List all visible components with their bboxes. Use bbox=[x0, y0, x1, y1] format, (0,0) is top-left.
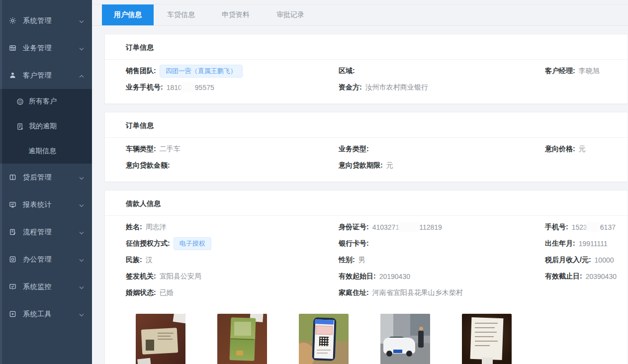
field-issuer: 签发机关: 宜阳县公安局 bbox=[126, 272, 339, 281]
field-intent-loan-amount: 意向贷款金额: bbox=[126, 161, 339, 170]
sidebar-item-office-mgmt[interactable]: 办公管理 bbox=[0, 246, 92, 273]
customers-icon bbox=[16, 98, 24, 105]
sidebar-item-label: 我的逾期 bbox=[29, 122, 57, 131]
field-home-address: 家庭住址: 河南省宜阳县花果山乡木柴村 bbox=[339, 288, 545, 297]
field-business-type: 业务类型: bbox=[339, 145, 545, 154]
chevron-down-icon bbox=[79, 256, 84, 264]
drivers-license-photo-thumbnail[interactable] bbox=[217, 314, 267, 364]
field-label: 民族: bbox=[126, 256, 142, 265]
field-row: 车辆类型: 二手车 业务类型: 意向价格: 元 bbox=[126, 141, 628, 157]
sidebar-item-label: 报表统计 bbox=[23, 200, 52, 209]
field-label: 资金方: bbox=[339, 83, 362, 92]
field-label: 业务手机号: bbox=[126, 83, 163, 92]
order-info-card-2: 订单信息 车辆类型: 二手车 业务类型: 意向价格: 元 意向贷款金额: bbox=[104, 112, 628, 182]
field-vehicle-type: 车辆类型: 二手车 bbox=[126, 145, 339, 154]
field-phone: 手机号: 15236137 bbox=[545, 223, 628, 232]
handwritten-document-photo-thumbnail[interactable] bbox=[462, 314, 512, 364]
field-row: 业务手机号: 181095575 资金方: 汝州市农村商业银行 bbox=[126, 79, 628, 95]
card-title: 订单信息 bbox=[126, 121, 628, 130]
sidebar-item-system-monitor[interactable]: 系统监控 bbox=[0, 273, 92, 300]
field-row: 民族: 汉 性别: 男 税后月收入/元: 10000 bbox=[126, 252, 628, 268]
tab-loan-application-docs[interactable]: 申贷资料 bbox=[208, 4, 263, 25]
sidebar-item-label: 客户管理 bbox=[23, 71, 52, 80]
field-value: 元 bbox=[386, 161, 393, 170]
field-customer-manager: 客户经理: 李晓旭 bbox=[545, 67, 628, 76]
sidebar-item-label: 系统监控 bbox=[23, 282, 52, 291]
privacy-blur bbox=[399, 223, 419, 231]
monitor-check-icon bbox=[9, 283, 16, 290]
field-value: 汝州市农村商业银行 bbox=[365, 83, 428, 92]
field-row: 签发机关: 宜阳县公安局 有效起始日: 20190430 有效截止日: 2039… bbox=[126, 268, 628, 284]
sidebar-item-overdue-info[interactable]: 逾期信息 bbox=[0, 139, 92, 164]
sidebar-item-my-overdue[interactable]: 我的逾期 bbox=[0, 114, 92, 139]
phone-qr-auth-photo-thumbnail[interactable] bbox=[299, 314, 349, 364]
sidebar-item-postloan-mgmt[interactable]: 贷后管理 bbox=[0, 164, 92, 191]
gear-icon bbox=[9, 17, 16, 24]
field-valid-start: 有效起始日: 20190430 bbox=[339, 272, 545, 281]
workflow-icon bbox=[9, 228, 16, 236]
photo-item: 驾驶证照片 bbox=[217, 314, 267, 364]
main-content: 用户信息 车贷信息 申贷资料 审批记录 订单信息 销售团队: 四团一营（直属王鹏… bbox=[92, 0, 628, 364]
field-value: 宜阳县公安局 bbox=[160, 272, 201, 281]
field-row: 销售团队: 四团一营（直属王鹏飞） 区域: 客户经理: 李晓旭 bbox=[126, 63, 628, 79]
field-label: 销售团队: bbox=[126, 67, 156, 76]
field-label: 银行卡号: bbox=[339, 239, 369, 248]
chevron-down-icon bbox=[79, 44, 84, 52]
field-ethnicity: 民族: 汉 bbox=[126, 256, 339, 265]
person-with-car-photo-thumbnail[interactable] bbox=[380, 314, 430, 364]
sales-team-tag: 四团一营（直属王鹏飞） bbox=[160, 65, 243, 78]
chevron-down-icon bbox=[79, 174, 84, 182]
field-label: 手机号: bbox=[545, 223, 568, 232]
divider bbox=[105, 137, 628, 138]
user-icon bbox=[9, 72, 16, 79]
privacy-blur bbox=[587, 223, 600, 231]
sidebar-item-system-mgmt[interactable]: 系统管理 bbox=[0, 7, 92, 34]
sidebar: 系统管理 业务管理 客户管理 所有客户 我的逾期 逾期信息 贷后管理 报表统计 bbox=[0, 0, 92, 364]
sidebar-item-label: 所有客户 bbox=[29, 97, 57, 106]
chevron-down-icon bbox=[79, 201, 84, 209]
tab-car-loan-info[interactable]: 车贷信息 bbox=[154, 4, 208, 25]
office-icon bbox=[9, 256, 16, 263]
field-label: 有效起始日: bbox=[339, 272, 376, 281]
chevron-down-icon bbox=[79, 17, 84, 25]
field-intent-loan-term: 意向贷款期限: 元 bbox=[339, 161, 545, 170]
sidebar-item-label: 系统工具 bbox=[23, 310, 52, 319]
sidebar-item-workflow-mgmt[interactable]: 流程管理 bbox=[0, 218, 92, 246]
field-label: 身份证号: bbox=[339, 223, 369, 232]
sidebar-item-all-customers[interactable]: 所有客户 bbox=[0, 89, 92, 114]
field-value: 李晓旭 bbox=[579, 67, 600, 76]
order-info-card-1: 订单信息 销售团队: 四团一营（直属王鹏飞） 区域: 客户经理: 李晓旭 bbox=[104, 34, 628, 104]
field-value: 周志洋 bbox=[146, 223, 167, 232]
field-label: 车辆类型: bbox=[126, 145, 156, 154]
sidebar-item-label: 流程管理 bbox=[23, 228, 52, 237]
field-valid-end: 有效截止日: 20390430 bbox=[545, 272, 628, 281]
field-label: 婚姻状态: bbox=[126, 288, 156, 297]
field-label: 有效截止日: bbox=[545, 272, 582, 281]
book-icon bbox=[9, 174, 16, 181]
tab-approval-records[interactable]: 审批记录 bbox=[263, 4, 318, 25]
field-label: 意向贷款期限: bbox=[339, 161, 383, 170]
field-row: 婚姻状态: 已婚 家庭住址: 河南省宜阳县花果山乡木柴村 bbox=[126, 284, 628, 301]
field-label: 区域: bbox=[339, 67, 355, 76]
sidebar-item-report-stats[interactable]: 报表统计 bbox=[0, 191, 92, 218]
field-gender: 性别: 男 bbox=[339, 256, 545, 265]
field-label: 签发机关: bbox=[126, 272, 156, 281]
borrower-info-card: 借款人信息 姓名: 周志洋 身份证号: 4103271112819 手机号: 1… bbox=[104, 190, 628, 364]
sidebar-item-customer-mgmt[interactable]: 客户管理 bbox=[0, 62, 92, 89]
sidebar-item-system-tools[interactable]: 系统工具 bbox=[0, 300, 92, 328]
sidebar-item-business-mgmt[interactable]: 业务管理 bbox=[0, 34, 92, 62]
field-label: 出生年月: bbox=[545, 239, 575, 248]
field-value: 男 bbox=[359, 256, 365, 265]
photo-item: 其他材料 bbox=[462, 314, 512, 364]
page-body[interactable]: 订单信息 销售团队: 四团一营（直属王鹏飞） 区域: 客户经理: 李晓旭 bbox=[92, 26, 628, 364]
field-credit-auth: 征信授权方式: 电子授权 bbox=[126, 237, 339, 250]
field-row: 意向贷款金额: 意向贷款期限: 元 bbox=[126, 157, 628, 174]
id-card-photo-thumbnail[interactable] bbox=[136, 314, 185, 364]
field-row: 征信授权方式: 电子授权 银行卡号: 出生年月: 19911111 bbox=[126, 235, 628, 252]
divider bbox=[105, 215, 628, 216]
field-name: 姓名: 周志洋 bbox=[126, 223, 339, 232]
field-marital-status: 婚姻状态: 已婚 bbox=[126, 288, 339, 297]
field-label: 意向贷款金额: bbox=[126, 161, 170, 170]
sidebar-item-label: 贷后管理 bbox=[23, 173, 52, 182]
tab-user-info[interactable]: 用户信息 bbox=[102, 4, 154, 25]
